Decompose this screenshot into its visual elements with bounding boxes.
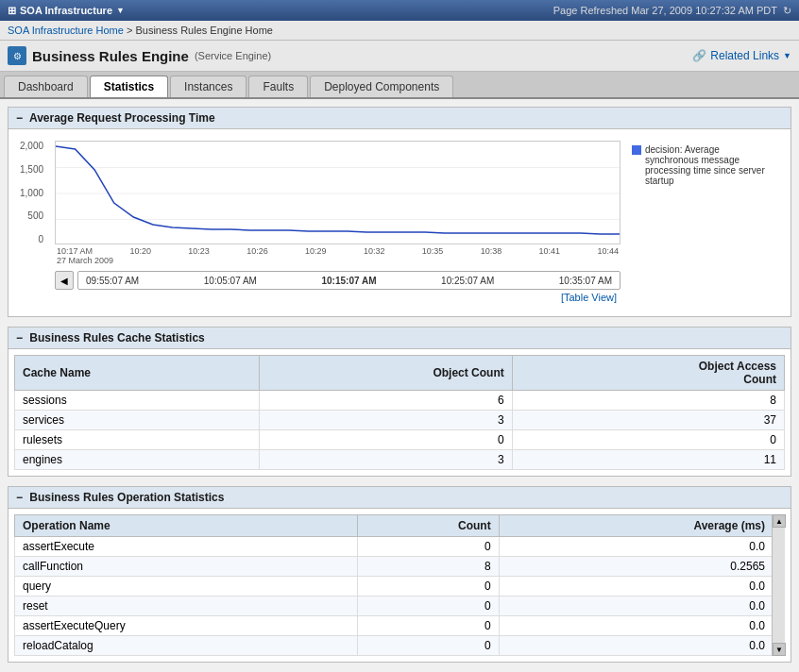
legend-color-box xyxy=(632,145,641,155)
x-axis-labels: 10:17 AM 10:20 10:23 10:26 10:29 10:32 1… xyxy=(55,246,620,256)
cache-row-access-count: 8 xyxy=(512,391,784,411)
ops-row-average: 0.0 xyxy=(499,636,784,656)
ops-col-count: Count xyxy=(358,515,499,537)
cache-row-object-count: 0 xyxy=(259,430,512,450)
chart-section-header[interactable]: Average Request Processing Time xyxy=(8,108,790,129)
ops-row-count: 0 xyxy=(358,577,499,596)
tab-instances[interactable]: Instances xyxy=(170,76,246,97)
scroll-down-button[interactable]: ▼ xyxy=(773,643,786,656)
x-label-2: 10:20 xyxy=(129,246,151,256)
refresh-text: Page Refreshed Mar 27, 2009 10:27:32 AM … xyxy=(553,5,777,16)
chart-section-title: Average Request Processing Time xyxy=(29,111,215,125)
tab-deployed-components[interactable]: Deployed Components xyxy=(310,76,453,97)
operations-table-container: Operation Name Count Average (ms) assert… xyxy=(14,514,785,656)
scroll-up-button[interactable]: ▲ xyxy=(773,514,786,528)
cache-table-row: sessions 6 8 xyxy=(15,391,785,411)
cache-col-access-count: Object AccessCount xyxy=(512,356,784,391)
operations-section-title: Business Rules Operation Statistics xyxy=(29,491,224,504)
y-label-1000: 1,000 xyxy=(20,188,43,198)
cache-section-header[interactable]: Business Rules Cache Statistics xyxy=(8,328,790,349)
page-title: Business Rules Engine xyxy=(32,48,189,64)
slider-track[interactable]: 09:55:07 AM 10:05:07 AM 10:15:07 AM 10:2… xyxy=(77,271,620,290)
cache-row-access-count: 11 xyxy=(512,450,784,470)
y-label-500: 500 xyxy=(20,210,43,221)
app-title: SOA Infrastructure xyxy=(20,5,112,16)
ops-row-average: 0.0 xyxy=(499,596,784,616)
tab-faults[interactable]: Faults xyxy=(248,76,308,97)
chart-y-axis: 2,000 1,500 1,000 500 0 xyxy=(20,141,47,244)
cache-row-name: rulesets xyxy=(15,430,260,450)
engine-icon: ⚙ xyxy=(13,51,22,61)
ops-row-average: 0.2565 xyxy=(499,557,784,577)
breadcrumb-current: Business Rules Engine Home xyxy=(135,25,273,36)
cache-row-object-count: 3 xyxy=(259,411,512,430)
operations-section: Business Rules Operation Statistics Oper… xyxy=(8,486,791,663)
related-links-label: Related Links xyxy=(710,49,779,62)
x-label-7: 10:35 xyxy=(422,246,444,256)
breadcrumb-home-link[interactable]: SOA Infrastructure Home xyxy=(8,25,124,36)
chart-main: 10:17 AM 10:20 10:23 10:26 10:29 10:32 1… xyxy=(55,141,620,305)
app-logo[interactable]: ⊞ SOA Infrastructure ▼ xyxy=(8,5,125,17)
ops-table-row: query 0 0.0 xyxy=(15,577,785,596)
chart-section: Average Request Processing Time 2,000 1,… xyxy=(8,107,791,317)
ops-row-count: 0 xyxy=(358,636,499,656)
dropdown-icon[interactable]: ▼ xyxy=(116,6,125,15)
table-view-link[interactable]: [Table View] xyxy=(55,290,620,305)
cache-table: Cache Name Object Count Object AccessCou… xyxy=(14,355,785,470)
refresh-info: Page Refreshed Mar 27, 2009 10:27:32 AM … xyxy=(553,5,791,17)
top-bar: ⊞ SOA Infrastructure ▼ Page Refreshed Ma… xyxy=(0,0,799,21)
chart-area xyxy=(55,141,620,244)
time-slider: ◀ 09:55:07 AM 10:05:07 AM 10:15:07 AM 10… xyxy=(55,271,620,290)
ops-row-name: reloadCatalog xyxy=(15,636,358,656)
ops-row-average: 0.0 xyxy=(499,537,784,557)
ops-row-count: 0 xyxy=(358,596,499,616)
cache-table-row: engines 3 11 xyxy=(15,450,785,470)
legend-text: decision: Average synchronous message pr… xyxy=(645,144,775,186)
cache-row-name: sessions xyxy=(15,391,260,411)
chart-svg xyxy=(56,142,620,244)
cache-row-object-count: 6 xyxy=(259,391,512,411)
ops-row-name: query xyxy=(15,577,358,596)
breadcrumb: SOA Infrastructure Home > Business Rules… xyxy=(0,21,799,41)
tab-dashboard[interactable]: Dashboard xyxy=(4,76,88,97)
x-label-4: 10:26 xyxy=(246,246,268,256)
ops-row-count: 0 xyxy=(358,616,499,636)
x-label-5: 10:29 xyxy=(305,246,327,256)
breadcrumb-separator: > xyxy=(127,25,135,36)
page-header-icon: ⚙ xyxy=(8,46,26,65)
slider-time-1: 09:55:07 AM xyxy=(86,276,139,286)
x-label-6: 10:32 xyxy=(364,246,385,256)
ops-table-row: callFunction 8 0.2565 xyxy=(15,557,785,577)
cache-table-row: services 3 37 xyxy=(15,411,785,430)
tab-bar: Dashboard Statistics Instances Faults De… xyxy=(0,72,799,99)
ops-row-name: assertExecuteQuery xyxy=(15,616,358,636)
x-axis-date: 27 March 2009 xyxy=(57,256,620,265)
cache-section: Business Rules Cache Statistics Cache Na… xyxy=(8,327,791,477)
cache-row-name: services xyxy=(15,411,260,430)
cache-row-object-count: 3 xyxy=(259,450,512,470)
page-subtitle: (Service Engine) xyxy=(195,50,271,61)
cache-row-access-count: 0 xyxy=(512,430,784,450)
chevron-down-icon: ▼ xyxy=(783,51,791,60)
x-label-3: 10:23 xyxy=(188,246,210,256)
cache-section-body: Cache Name Object Count Object AccessCou… xyxy=(8,349,790,476)
ops-col-name: Operation Name xyxy=(15,515,358,537)
ops-row-average: 0.0 xyxy=(499,577,784,596)
slider-time-2: 10:05:07 AM xyxy=(204,276,257,286)
refresh-icon[interactable]: ↻ xyxy=(783,5,791,17)
ops-table-row: reset 0 0.0 xyxy=(15,596,785,616)
cache-col-name: Cache Name xyxy=(15,356,260,391)
tab-statistics[interactable]: Statistics xyxy=(90,76,168,97)
slider-time-5: 10:35:07 AM xyxy=(559,276,612,286)
link-icon: 🔗 xyxy=(692,49,706,62)
cache-row-name: engines xyxy=(15,450,260,470)
cache-table-row: rulesets 0 0 xyxy=(15,430,785,450)
app-logo-icon: ⊞ xyxy=(8,5,16,17)
ops-row-count: 0 xyxy=(358,537,499,557)
related-links-button[interactable]: 🔗 Related Links ▼ xyxy=(692,49,791,62)
slider-left-button[interactable]: ◀ xyxy=(55,271,74,290)
operations-section-header[interactable]: Business Rules Operation Statistics xyxy=(8,487,790,509)
ops-row-name: callFunction xyxy=(15,557,358,577)
ops-row-name: reset xyxy=(15,596,358,616)
y-label-0: 0 xyxy=(20,234,43,244)
